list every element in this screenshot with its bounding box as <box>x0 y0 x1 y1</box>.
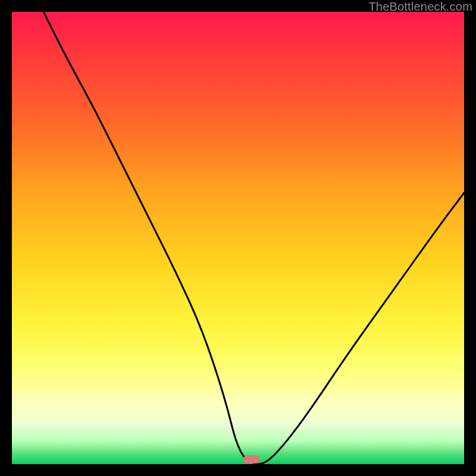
bottleneck-curve <box>12 12 464 464</box>
chart-frame <box>12 12 464 464</box>
optimal-point-marker <box>243 455 260 464</box>
plot-area <box>12 12 464 464</box>
